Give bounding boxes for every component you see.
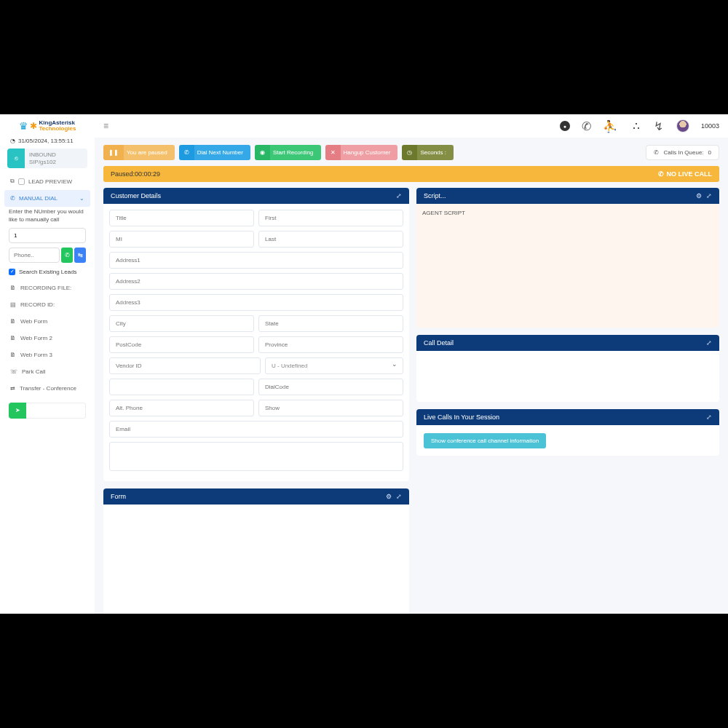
script-body: AGENT SCRIPT xyxy=(416,204,719,328)
copy-icon: ⧉ xyxy=(10,178,15,185)
phone-icon: ✆ xyxy=(654,149,659,156)
content: ❚❚You are paused ✆Dial Next Number ◉Star… xyxy=(95,138,728,614)
logo-text-2: Technologies xyxy=(39,125,76,132)
postcode-input[interactable] xyxy=(109,336,254,353)
hangup-icon: ✕ xyxy=(325,145,341,160)
expand-icon[interactable]: ⤢ xyxy=(706,192,712,199)
phone-out-icon: ✆ xyxy=(10,195,15,202)
address1-input[interactable] xyxy=(109,252,403,269)
datetime-text: 31/05/2024, 13:55:11 xyxy=(18,138,74,144)
recording-file-row[interactable]: 🗎RECORDING FILE: xyxy=(0,280,95,296)
topbar: ≡ ● ✆ ⛹ ⛬ ↯ 10003 xyxy=(95,114,728,138)
state-input[interactable] xyxy=(258,315,403,332)
panel-title: Script... xyxy=(424,192,446,199)
manual-dial-row[interactable]: ✆ MANUAL DIAL ⌄ xyxy=(4,190,90,207)
user-icon[interactable]: ⛹ xyxy=(603,119,617,133)
dialcode-input[interactable] xyxy=(258,379,403,395)
sidebar: ♛ ✱ KingAsterisk Technologies ◔ 31/05/20… xyxy=(0,114,95,614)
datetime: ◔ 31/05/2024, 13:55:11 xyxy=(0,135,95,149)
settings-icon[interactable]: ⚙ xyxy=(386,493,392,500)
search-existing-row[interactable]: ✓ Search Existing Leads xyxy=(0,269,95,280)
send-icon: ➤ xyxy=(9,403,26,419)
send-row[interactable]: ➤ xyxy=(9,403,86,419)
web-form-2-row[interactable]: 🗎Web Form 2 xyxy=(0,330,95,347)
manual-dial-help: Enter the NUmber you would like to manua… xyxy=(0,207,95,226)
menu-icon[interactable]: ≡ xyxy=(103,121,108,131)
timer-icon: ◷ xyxy=(402,145,417,160)
hangup-button[interactable]: ✕Hangup Customer xyxy=(325,145,398,160)
record-id-row[interactable]: ▤RECORD ID: xyxy=(0,296,95,313)
inbound-status-button[interactable]: ⎋ INBOUND SIP/gs102 xyxy=(7,149,87,168)
mi-input[interactable] xyxy=(109,231,254,248)
call-detail-panel: Call Detail⤢ xyxy=(416,335,719,402)
crown-icon: ♛ xyxy=(19,120,28,132)
paused-timer: Paused:00:00:29 xyxy=(111,170,160,178)
seconds-button[interactable]: ◷Seconds : xyxy=(402,145,454,160)
info-icon[interactable]: ● xyxy=(560,121,570,131)
transfer-button[interactable]: ↹ xyxy=(74,248,86,263)
file-icon: 🗎 xyxy=(10,285,16,291)
web-form-3-row[interactable]: 🗎Web Form 3 xyxy=(0,347,95,363)
search-existing-checkbox[interactable]: ✓ xyxy=(9,269,15,275)
vendor-id-input[interactable] xyxy=(109,357,261,374)
settings-icon[interactable]: ⚙ xyxy=(696,192,702,199)
phone-input[interactable] xyxy=(9,248,60,263)
show-input[interactable] xyxy=(258,400,403,416)
sip-label: SIP/gs102 xyxy=(29,159,83,166)
lead-preview-row[interactable]: ⧉ LEAD PREVIEW xyxy=(0,173,95,190)
panel-title: Call Detail xyxy=(424,339,454,347)
province-input[interactable] xyxy=(258,336,403,353)
park-call-row[interactable]: ☏Park Call xyxy=(0,363,95,380)
start-recording-button[interactable]: ◉Start Recording xyxy=(255,145,321,160)
panel-title: Form xyxy=(111,493,126,500)
lead-preview-checkbox[interactable] xyxy=(18,178,25,185)
expand-icon[interactable]: ⤢ xyxy=(396,493,402,500)
manual-dial-label: MANUAL DIAL xyxy=(19,195,58,202)
blank-input[interactable] xyxy=(109,379,254,395)
search-existing-label: Search Existing Leads xyxy=(19,269,77,275)
calls-in-queue: ✆ Calls In Queue: 0 xyxy=(646,145,719,160)
app-frame: ♛ ✱ KingAsterisk Technologies ◔ 31/05/20… xyxy=(0,114,728,614)
last-input[interactable] xyxy=(258,231,403,248)
gender-select[interactable]: U - Undefined xyxy=(265,357,403,374)
live-calls-panel: Live Calls In Your Session⤢ Show confere… xyxy=(416,409,719,456)
avatar[interactable] xyxy=(676,119,689,132)
first-input[interactable] xyxy=(258,210,403,226)
user-id: 10003 xyxy=(701,122,719,130)
id-icon: ▤ xyxy=(10,301,16,308)
expand-icon[interactable]: ⤢ xyxy=(396,192,402,199)
pause-icon: ❚❚ xyxy=(103,145,124,160)
lead-preview-label: LEAD PREVIEW xyxy=(28,178,72,185)
clock-icon: ◔ xyxy=(10,138,15,144)
notes-textarea[interactable] xyxy=(109,442,403,471)
manual-dial-number-input[interactable] xyxy=(9,228,86,243)
gear-icon: ✱ xyxy=(30,121,37,131)
call-out-icon[interactable]: ↯ xyxy=(654,119,663,133)
send-input[interactable] xyxy=(26,403,86,419)
script-panel: Script...⚙⤢ AGENT SCRIPT xyxy=(416,188,719,328)
chevron-down-icon: ⌄ xyxy=(79,195,84,202)
email-input[interactable] xyxy=(109,421,403,438)
main: ≡ ● ✆ ⛹ ⛬ ↯ 10003 ❚❚You are paused xyxy=(95,114,728,614)
form-icon: 🗎 xyxy=(10,318,16,325)
dial-button[interactable]: ✆ xyxy=(61,248,73,263)
customer-details-panel: Customer Details⤢ U - Undefined xyxy=(103,188,409,481)
show-conference-info-button[interactable]: Show conference call channel information xyxy=(424,433,546,448)
city-input[interactable] xyxy=(109,315,254,332)
paused-button[interactable]: ❚❚You are paused xyxy=(103,145,175,160)
form-icon: 🗎 xyxy=(10,352,16,358)
expand-icon[interactable]: ⤢ xyxy=(706,414,712,421)
transfer-conf-row[interactable]: ⇄Transfer - Conference xyxy=(0,380,95,397)
expand-icon[interactable]: ⤢ xyxy=(706,339,712,347)
user-x-icon: ⎋ xyxy=(7,149,25,168)
address2-input[interactable] xyxy=(109,273,403,290)
web-form-row[interactable]: 🗎Web Form xyxy=(0,313,95,330)
altphone-input[interactable] xyxy=(109,400,254,416)
group-icon[interactable]: ⛬ xyxy=(630,119,642,132)
headset-icon: ☏ xyxy=(10,368,17,375)
title-input[interactable] xyxy=(109,210,254,226)
dial-next-button[interactable]: ✆Dial Next Number xyxy=(179,145,250,160)
form-icon: 🗎 xyxy=(10,335,16,341)
address3-input[interactable] xyxy=(109,294,403,311)
phone-icon[interactable]: ✆ xyxy=(582,119,591,133)
